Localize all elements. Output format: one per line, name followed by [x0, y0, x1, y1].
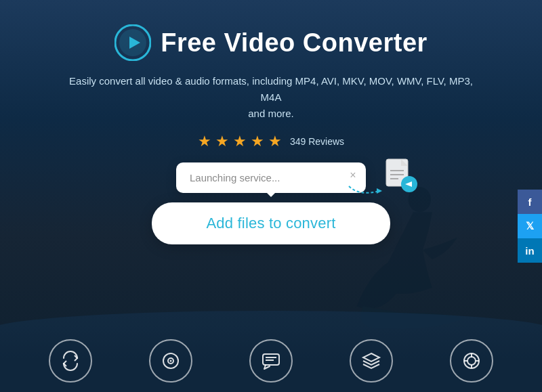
disc-icon	[160, 350, 182, 372]
support-icon	[461, 350, 482, 372]
convert-icon-button[interactable]	[49, 339, 92, 383]
title-row: Free Video Converter	[114, 24, 428, 61]
tooltip-wrapper: Launching service... ×	[176, 162, 366, 193]
facebook-button[interactable]: f	[518, 190, 542, 214]
svg-point-15	[170, 360, 172, 362]
star-4: ★	[251, 133, 264, 150]
bottom-icon-bar	[0, 339, 542, 383]
twitter-button[interactable]: 𝕏	[518, 214, 542, 238]
star-1: ★	[198, 133, 211, 150]
star-5: ★	[268, 133, 282, 150]
svg-marker-19	[363, 353, 379, 362]
file-icon-wrapper	[379, 156, 420, 199]
subtitle-line2: and more.	[248, 108, 294, 119]
layers-icon-button[interactable]	[350, 339, 393, 383]
support-icon-button[interactable]	[450, 339, 493, 383]
file-upload-icon	[379, 156, 420, 196]
tooltip-text: Launching service...	[190, 172, 280, 183]
app-logo-icon	[114, 24, 151, 61]
dashed-arrow-icon	[346, 183, 383, 200]
convert-icon	[60, 350, 81, 372]
svg-marker-12	[377, 188, 382, 194]
social-sidebar: f 𝕏 in	[518, 190, 542, 263]
add-files-button[interactable]: Add files to convert	[152, 202, 390, 244]
tooltip-close-button[interactable]: ×	[347, 169, 359, 181]
chat-icon-button[interactable]	[249, 339, 293, 383]
svg-point-21	[467, 357, 476, 365]
facebook-label: f	[528, 196, 532, 208]
launching-tooltip: Launching service... ×	[176, 162, 366, 193]
subtitle-line1: Easily convert all video & audio formats…	[69, 75, 473, 103]
app-title: Free Video Converter	[161, 28, 428, 58]
twitter-label: 𝕏	[526, 220, 534, 232]
linkedin-label: in	[525, 245, 534, 257]
linkedin-button[interactable]: in	[518, 238, 542, 263]
star-2: ★	[215, 133, 229, 150]
layers-icon	[360, 350, 382, 372]
disc-icon-button[interactable]	[149, 339, 192, 383]
main-content: Free Video Converter Easily convert all …	[0, 0, 542, 244]
chat-icon	[260, 350, 282, 372]
app-subtitle: Easily convert all video & audio formats…	[68, 73, 474, 122]
reviews-count: 349 Reviews	[290, 136, 344, 147]
reviews-row: ★ ★ ★ ★ ★ 349 Reviews	[198, 133, 344, 150]
close-icon: ×	[350, 170, 356, 181]
star-3: ★	[233, 133, 247, 150]
